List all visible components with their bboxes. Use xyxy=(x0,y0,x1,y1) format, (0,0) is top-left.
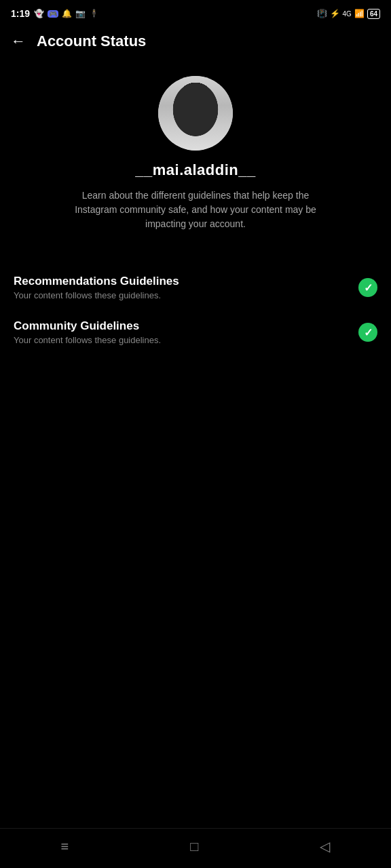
instagram-icon: 📷 xyxy=(75,9,86,18)
user-icon: 🕴 xyxy=(89,9,99,18)
guideline-subtitle: Your content follows these guidelines. xyxy=(14,290,350,300)
guideline-item: Community Guidelines Your content follow… xyxy=(14,310,377,355)
avatar xyxy=(158,76,233,151)
signal-icon: 4G xyxy=(343,10,352,18)
nav-bar: ≡ □ ◁ xyxy=(0,828,391,868)
wifi-icon: 📶 xyxy=(354,9,365,18)
guideline-subtitle: Your content follows these guidelines. xyxy=(14,335,350,345)
system-icons: 📳 ⚡ 4G 📶 64 xyxy=(317,9,380,19)
avatar-image xyxy=(158,76,233,151)
header: ← Account Status xyxy=(0,24,391,56)
vibrate-icon: 📳 xyxy=(317,9,327,18)
guideline-text: Recommendations Guidelines Your content … xyxy=(14,275,350,300)
status-time: 1:19 xyxy=(11,8,30,19)
username: __mai.aladdin__ xyxy=(135,161,255,179)
page-title: Account Status xyxy=(37,33,146,50)
status-bar: 1:19 👻 🎮 🔔 📷 🕴 📳 ⚡ 4G 📶 64 xyxy=(0,0,391,24)
back-button[interactable]: ← xyxy=(11,33,26,50)
notification-icons: 👻 🎮 🔔 📷 🕴 xyxy=(34,9,99,18)
alert-icon: 🔔 xyxy=(62,9,72,18)
community-status-icon xyxy=(358,323,377,342)
menu-icon[interactable]: ≡ xyxy=(61,839,69,854)
bluetooth-icon: ⚡ xyxy=(330,9,340,18)
back-nav-icon[interactable]: ◁ xyxy=(320,838,330,854)
home-icon[interactable]: □ xyxy=(190,839,198,854)
battery-indicator: 64 xyxy=(367,9,380,19)
snapchat-icon: 👻 xyxy=(34,9,44,18)
guideline-item: Recommendations Guidelines Your content … xyxy=(14,265,377,310)
guideline-text: Community Guidelines Your content follow… xyxy=(14,319,350,345)
guidelines-section: Recommendations Guidelines Your content … xyxy=(0,245,391,828)
profile-section: __mai.aladdin__ Learn about the differen… xyxy=(0,56,391,245)
recommendations-status-icon xyxy=(358,278,377,297)
profile-description: Learn about the different guidelines tha… xyxy=(67,189,324,231)
guideline-title: Recommendations Guidelines xyxy=(14,275,350,288)
guideline-title: Community Guidelines xyxy=(14,319,350,333)
discord-icon: 🎮 xyxy=(48,10,58,18)
